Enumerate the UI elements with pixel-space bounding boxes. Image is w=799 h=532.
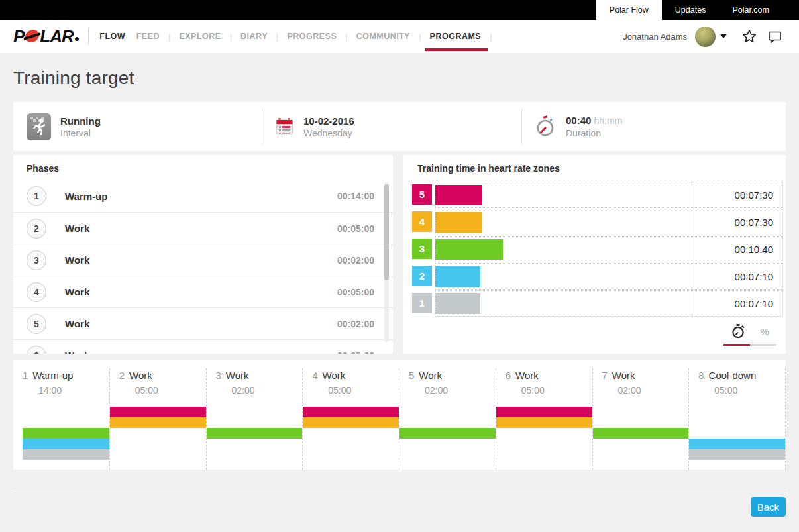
nav-item-feed[interactable]: FEED [136,32,160,41]
phase-row-2[interactable]: 2 Work 00:05:00 [13,212,393,244]
phases-scrollbar [384,182,389,342]
zone-row-5: 5 00:07:30 [412,182,783,208]
feedback-chat-icon[interactable] [767,28,783,44]
timeline-phase-time: 02:00 [232,385,303,396]
toptab-polar-com[interactable]: Polar.com [719,0,782,20]
timeline-zone-bars [496,407,592,460]
zone-number-badge: 3 [412,239,432,259]
timeline-phase-name: Work [323,370,346,381]
phase-number-badge: 5 [27,314,46,334]
timeline-phase-time: 05:00 [714,385,785,396]
zone-number-badge: 2 [412,266,432,286]
timeline-phase-1: 1Warm-up 14:00 [13,368,109,470]
target-summary-card: Running Interval 10-02-2016 Wednesday [13,102,786,151]
timeline-phase-number: 3 [216,370,221,381]
phase-name: Work [65,254,337,266]
favorites-star-icon[interactable] [741,28,757,44]
phases-title: Phases [13,163,393,174]
phase-row-3[interactable]: 3 Work 00:02:00 [13,244,393,276]
chevron-down-icon[interactable] [720,34,727,38]
polar-logo[interactable]: PLAR● [13,27,79,47]
user-name[interactable]: Jonathan Adams [623,32,687,42]
toptab-polar-flow[interactable]: Polar Flow [596,0,662,20]
duration-value: 00:40 [566,115,591,126]
nav-separator: | [490,32,492,42]
nav-separator [125,32,128,42]
main-nav: PLAR● FLOW FEED | EXPLORE | DIARY | PROG… [0,20,799,53]
stopwatch-icon [535,115,557,138]
timeline-zone-bars [110,407,206,460]
zone-time-value: 00:07:30 [690,182,782,207]
avatar[interactable] [695,27,716,47]
zones-chart: 5 00:07:30 4 00:07:30 3 00:10:40 2 [412,182,783,317]
sport-section: Running Interval [13,102,262,151]
timeline-zone-bars [207,407,303,460]
footer-divider [13,488,786,488]
phase-number-badge: 4 [27,282,46,302]
polar-logo-o [25,30,40,42]
timeline-phase-name: Work [419,370,442,381]
phases-panel: Phases 1 Warm-up 00:14:00 2 Work 00:05:0… [13,155,393,354]
zone-time-value: 00:07:30 [690,209,782,235]
nav-item-flow[interactable]: FLOW [99,32,125,41]
phase-row-1[interactable]: 1 Warm-up 00:14:00 [13,180,393,212]
nav-item-explore[interactable]: EXPLORE [179,32,221,41]
zone-bar [435,212,482,233]
phase-name: Work [65,350,337,354]
zones-title: Training time in heart rate zones [412,163,783,174]
calendar-icon [276,117,294,136]
percent-toggle-button[interactable]: % [760,326,769,337]
nav-separator: | [230,32,232,42]
timeline-phase-time: 14:00 [38,385,109,396]
nav-item-community[interactable]: COMMUNITY [356,32,411,41]
sport-name: Running [60,115,101,127]
nav-divider [88,28,89,45]
nav-separator: | [345,32,347,42]
target-date: 10-02-2016 [303,115,354,127]
timeline-phase-time: 02:00 [618,385,689,396]
timeline-phase-name: Warm-up [32,370,73,381]
zone-time-value: 00:10:40 [690,237,782,262]
timeline-phase-name: Cool-down [709,370,757,381]
heart-rate-zones-panel: Training time in heart rate zones 5 00:0… [403,155,786,354]
phase-row-5[interactable]: 5 Work 00:02:00 [13,307,393,339]
zone-time-value: 00:07:10 [690,291,782,316]
phase-timeline-panel: 1Warm-up 14:00 2Work 05:00 3Work 02:00 4… [13,360,786,470]
zone-row-2: 2 00:07:10 [412,263,783,290]
timeline-phase-time: 05:00 [328,385,399,396]
nav-item-diary[interactable]: DIARY [240,32,268,41]
phase-row-6[interactable]: 6 Work 00:05:00 [13,339,393,354]
timeline-phase-number: 6 [506,370,511,381]
nav-item-progress[interactable]: PROGRESS [287,32,337,41]
phase-number-badge: 3 [27,250,46,270]
phase-duration: 00:14:00 [337,191,374,201]
timeline-phase-name: Work [129,370,152,381]
timeline-phase-name: Work [226,370,249,381]
phase-number-badge: 2 [27,219,46,239]
zone-number-badge: 4 [412,211,432,232]
phase-duration: 00:05:00 [337,350,374,354]
time-toggle-stopwatch-icon[interactable] [731,323,745,339]
timeline-phase-number: 2 [119,370,125,381]
toggle-underline [723,344,776,346]
back-button[interactable]: Back [751,497,786,517]
phases-list: 1 Warm-up 00:14:00 2 Work 00:05:00 3 Wor… [13,180,393,354]
toptab-updates[interactable]: Updates [662,0,719,20]
phase-name: Work [65,318,337,329]
zone-bar [435,266,480,287]
timeline-phase-5: 5Work 02:00 [399,368,496,470]
zone-row-4: 4 00:07:30 [412,209,783,235]
phase-duration: 00:05:00 [337,223,374,234]
zone-row-3: 3 00:10:40 [412,236,783,262]
nav-item-programs[interactable]: PROGRAMS [430,32,482,41]
phase-duration: 00:02:00 [337,255,374,266]
phases-scrollbar-thumb[interactable] [384,184,389,280]
timeline-zone-bars [689,407,785,460]
timeline-phase-time: 02:00 [425,385,496,396]
phase-row-4[interactable]: 4 Work 00:05:00 [13,276,393,307]
phase-number-badge: 6 [27,346,46,354]
zone-bar [435,239,503,260]
timeline-phase-name: Work [612,370,635,381]
timeline-phase-number: 1 [23,370,28,381]
timeline-phase-number: 7 [602,370,608,381]
